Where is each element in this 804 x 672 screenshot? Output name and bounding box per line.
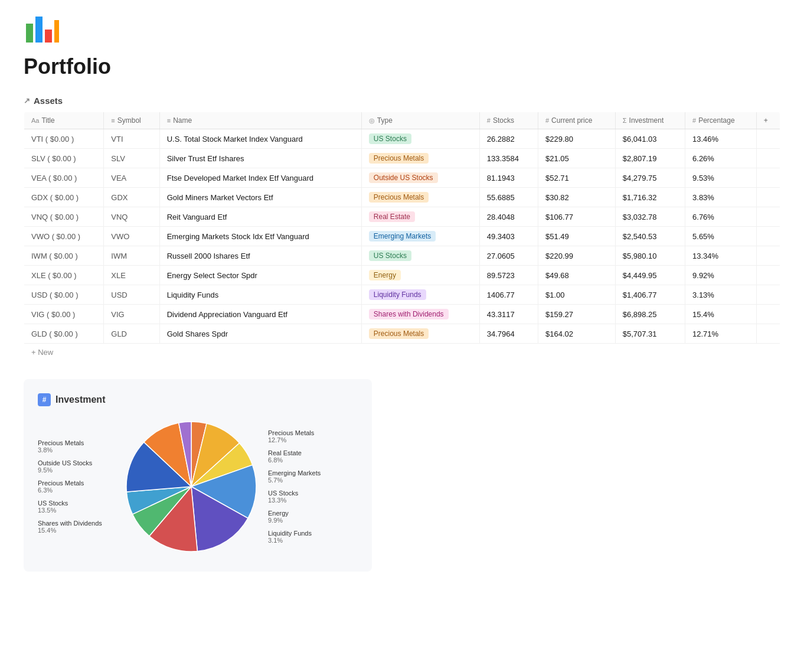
svg-rect-0 bbox=[26, 24, 33, 43]
pie-label-pct: 5.7% bbox=[268, 477, 345, 484]
cell-type: US Stocks bbox=[361, 246, 479, 266]
pie-label: Precious Metals3.8% bbox=[38, 439, 120, 454]
pie-label-pct: 9.9% bbox=[268, 517, 345, 524]
cell-symbol: VEA bbox=[104, 168, 159, 188]
col-header-investment: ΣInvestment bbox=[615, 112, 685, 129]
cell-stocks: 49.3403 bbox=[479, 227, 538, 246]
cell-extra bbox=[756, 324, 780, 344]
pie-label: Precious Metals12.7% bbox=[268, 429, 345, 443]
cell-percentage: 9.92% bbox=[685, 266, 757, 285]
table-row[interactable]: USD ( $0.00 )USDLiquidity FundsLiquidity… bbox=[24, 285, 780, 305]
cell-price: $30.82 bbox=[538, 188, 615, 207]
cell-symbol: VIG bbox=[104, 305, 159, 324]
cell-price: $21.05 bbox=[538, 149, 615, 168]
svg-rect-2 bbox=[45, 30, 52, 43]
cell-stocks: 26.2882 bbox=[479, 129, 538, 149]
pie-label: US Stocks13.3% bbox=[268, 490, 345, 504]
col-header-symbol: ≡Symbol bbox=[104, 112, 159, 129]
cell-extra bbox=[756, 285, 780, 305]
cell-investment: $6,898.25 bbox=[615, 305, 685, 324]
cell-investment: $4,449.95 bbox=[615, 266, 685, 285]
col-icon: # bbox=[545, 117, 549, 124]
pie-label-name: Emerging Markets bbox=[268, 469, 345, 477]
cell-symbol: XLE bbox=[104, 266, 159, 285]
cell-type: Liquidity Funds bbox=[361, 285, 479, 305]
chart-container: Precious Metals3.8%Outside US Stocks9.5%… bbox=[38, 416, 358, 557]
svg-rect-3 bbox=[54, 20, 59, 43]
col-icon: # bbox=[487, 117, 491, 124]
assets-section-header: ↗ Assets bbox=[24, 96, 780, 106]
cell-symbol: VNQ bbox=[104, 207, 159, 227]
table-row[interactable]: VWO ( $0.00 )VWOEmerging Markets Stock I… bbox=[24, 227, 780, 246]
cell-title: VWO ( $0.00 ) bbox=[24, 227, 104, 246]
cell-investment: $3,032.78 bbox=[615, 207, 685, 227]
pie-label: Precious Metals6.3% bbox=[38, 479, 120, 494]
col-header-name: ≡Name bbox=[159, 112, 361, 129]
table-row[interactable]: IWM ( $0.00 )IWMRussell 2000 Ishares Etf… bbox=[24, 246, 780, 266]
pie-labels-right: Precious Metals12.7%Real Estate6.8%Emerg… bbox=[262, 429, 345, 544]
app-icon bbox=[24, 12, 59, 47]
pie-label-name: Precious Metals bbox=[38, 479, 120, 487]
col-header-type: ◎Type bbox=[361, 112, 479, 129]
type-badge: Outside US Stocks bbox=[369, 172, 438, 183]
col-add[interactable]: + bbox=[756, 112, 780, 129]
table-row[interactable]: VTI ( $0.00 )VTIU.S. Total Stock Market … bbox=[24, 129, 780, 149]
cell-stocks: 1406.77 bbox=[479, 285, 538, 305]
pie-label-pct: 12.7% bbox=[268, 436, 345, 443]
cell-percentage: 5.65% bbox=[685, 227, 757, 246]
cell-stocks: 34.7964 bbox=[479, 324, 538, 344]
col-icon: ≡ bbox=[111, 117, 115, 124]
cell-title: USD ( $0.00 ) bbox=[24, 285, 104, 305]
pie-label-pct: 6.3% bbox=[38, 487, 120, 494]
cell-symbol: GDX bbox=[104, 188, 159, 207]
cell-percentage: 6.26% bbox=[685, 149, 757, 168]
type-badge: Real Estate bbox=[369, 211, 415, 222]
cell-percentage: 13.34% bbox=[685, 246, 757, 266]
cell-extra bbox=[756, 246, 780, 266]
cell-percentage: 13.46% bbox=[685, 129, 757, 149]
cell-stocks: 28.4048 bbox=[479, 207, 538, 227]
chart-title-text: Investment bbox=[55, 394, 105, 405]
pie-label-name: US Stocks bbox=[38, 500, 120, 507]
cell-stocks: 27.0605 bbox=[479, 246, 538, 266]
col-icon: Aa bbox=[31, 117, 39, 124]
col-icon: ≡ bbox=[167, 117, 171, 124]
cell-investment: $5,980.10 bbox=[615, 246, 685, 266]
table-row[interactable]: VIG ( $0.00 )VIGDividend Appreciation Va… bbox=[24, 305, 780, 324]
pie-label-pct: 3.1% bbox=[268, 537, 345, 544]
cell-price: $52.71 bbox=[538, 168, 615, 188]
pie-labels-left: Precious Metals3.8%Outside US Stocks9.5%… bbox=[38, 439, 120, 534]
type-badge: Precious Metals bbox=[369, 153, 429, 164]
cell-investment: $6,041.03 bbox=[615, 129, 685, 149]
type-badge: Energy bbox=[369, 270, 401, 280]
cell-percentage: 3.13% bbox=[685, 285, 757, 305]
table-row[interactable]: SLV ( $0.00 )SLVSilver Trust Etf Ishares… bbox=[24, 149, 780, 168]
cell-symbol: SLV bbox=[104, 149, 159, 168]
table-body: VTI ( $0.00 )VTIU.S. Total Stock Market … bbox=[24, 129, 780, 361]
table-row[interactable]: GLD ( $0.00 )GLDGold Shares SpdrPrecious… bbox=[24, 324, 780, 344]
table-row[interactable]: VEA ( $0.00 )VEAFtse Developed Market In… bbox=[24, 168, 780, 188]
new-row[interactable]: + New bbox=[24, 344, 780, 361]
pie-label-pct: 6.8% bbox=[268, 456, 345, 464]
new-row-cell[interactable]: + New bbox=[24, 344, 780, 361]
cell-investment: $2,540.53 bbox=[615, 227, 685, 246]
pie-label-name: Real Estate bbox=[268, 449, 345, 456]
pie-label-name: Shares with Dividends bbox=[38, 520, 120, 527]
cell-symbol: VWO bbox=[104, 227, 159, 246]
table-row[interactable]: XLE ( $0.00 )XLEEnergy Select Sector Spd… bbox=[24, 266, 780, 285]
col-icon: # bbox=[692, 117, 696, 124]
cell-name: Silver Trust Etf Ishares bbox=[159, 149, 361, 168]
cell-extra bbox=[756, 129, 780, 149]
chart-title-bar: # Investment bbox=[38, 393, 358, 406]
cell-percentage: 3.83% bbox=[685, 188, 757, 207]
cell-title: GDX ( $0.00 ) bbox=[24, 188, 104, 207]
cell-title: IWM ( $0.00 ) bbox=[24, 246, 104, 266]
table-row[interactable]: GDX ( $0.00 )GDXGold Miners Market Vecto… bbox=[24, 188, 780, 207]
investment-chart-section: # Investment Precious Metals3.8%Outside … bbox=[24, 379, 372, 572]
cell-name: Emerging Markets Stock Idx Etf Vanguard bbox=[159, 227, 361, 246]
cell-type: Energy bbox=[361, 266, 479, 285]
pie-label-pct: 3.8% bbox=[38, 446, 120, 454]
table-row[interactable]: VNQ ( $0.00 )VNQReit Vanguard EtfReal Es… bbox=[24, 207, 780, 227]
cell-extra bbox=[756, 168, 780, 188]
cell-price: $229.80 bbox=[538, 129, 615, 149]
